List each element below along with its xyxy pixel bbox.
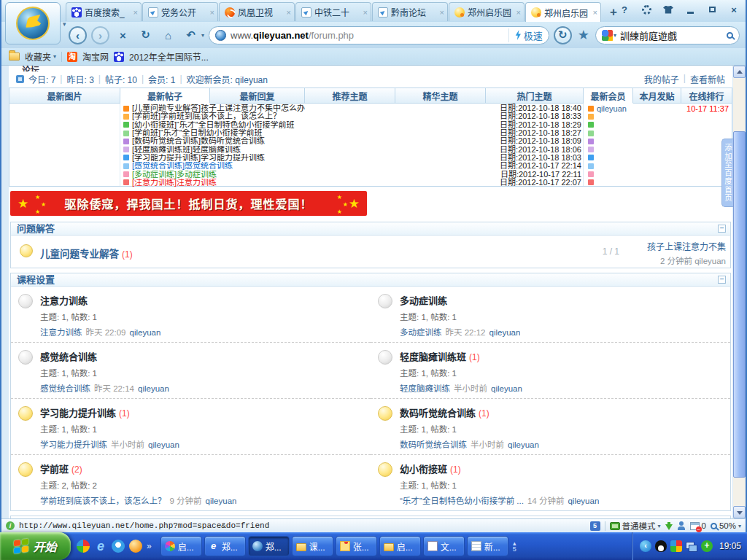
- collapse-icon[interactable]: –: [718, 276, 726, 284]
- last-post-link[interactable]: 感觉统合训练: [40, 384, 90, 393]
- task-folder-ke[interactable]: 课...: [292, 536, 333, 556]
- tab-dangwu[interactable]: 党务公开×: [142, 2, 218, 21]
- help-icon[interactable]: ?: [617, 3, 632, 16]
- last-post-user[interactable]: qileyuan: [489, 328, 520, 337]
- safety-icon[interactable]: +: [701, 540, 713, 552]
- tab-close-icon[interactable]: ×: [440, 8, 444, 17]
- zoom-control[interactable]: 50%▾: [711, 521, 741, 530]
- last-post-link[interactable]: “乐才”全日制特色幼小衔接学前 ...: [400, 497, 524, 505]
- tab-close-icon[interactable]: ×: [516, 8, 521, 17]
- tab-close-icon[interactable]: ×: [133, 8, 138, 17]
- task-browser-active[interactable]: 郑...: [248, 536, 290, 556]
- scroll-down-button[interactable]: [733, 506, 746, 518]
- tab-essence[interactable]: 精华主题: [395, 88, 486, 104]
- speed-mode-button[interactable]: 极速: [508, 28, 543, 42]
- ql-app-icon[interactable]: [129, 540, 142, 553]
- toggle-stats-icon[interactable]: [16, 75, 24, 83]
- task-notepad[interactable]: 新...: [467, 536, 508, 556]
- forum-link[interactable]: 轻度脑瘫训练班(1): [400, 349, 522, 363]
- last-post-user[interactable]: qileyuan: [491, 384, 522, 393]
- post-link[interactable]: [学习能力提升训练]学习能力提升训练: [132, 154, 497, 162]
- tab-hot-topics[interactable]: 热门主题: [486, 88, 584, 104]
- media-icon[interactable]: [670, 540, 682, 552]
- tab-qiannan[interactable]: 黔南论坛×: [372, 2, 448, 21]
- search-engine-dropdown[interactable]: ▾: [614, 32, 616, 39]
- start-button[interactable]: 开始: [0, 532, 71, 560]
- last-post-link[interactable]: 轻度脑瘫训练: [400, 384, 450, 393]
- forum-link[interactable]: 数码听觉统合训练(1): [400, 405, 539, 419]
- browse-mode-selector[interactable]: 普通模式▾: [610, 520, 661, 532]
- tab-close-icon[interactable]: ×: [287, 8, 291, 17]
- last-post-link[interactable]: 孩子上课注意力不集: [630, 240, 726, 252]
- tray-collapse-icon[interactable]: ‹: [640, 540, 651, 552]
- tab-zhongtie[interactable]: 中铁二十×: [295, 2, 371, 21]
- shop-icon[interactable]: 5: [590, 521, 600, 531]
- tab-close-icon[interactable]: ×: [593, 8, 597, 17]
- post-link[interactable]: [儿童问题专业解答]孩子上课注意力不集中怎么办: [132, 104, 497, 112]
- forum-link[interactable]: 幼小衔接班(1): [400, 462, 599, 475]
- forum-link[interactable]: 学前班(2): [40, 462, 236, 475]
- last-post-link[interactable]: 数码听觉统合训练: [400, 440, 467, 449]
- qq-icon[interactable]: [655, 540, 667, 552]
- logo-dropdown-arrow[interactable]: ▾: [63, 20, 66, 28]
- tab-newest-members[interactable]: 最新会员: [584, 88, 633, 104]
- forum-link[interactable]: 注意力训练: [40, 293, 160, 307]
- tab-qileyuan-2-active[interactable]: 郑州启乐园×: [525, 2, 601, 22]
- popup-blocker[interactable]: 0: [690, 521, 706, 530]
- tab-qileyuan-1[interactable]: 郑州启乐园×: [449, 2, 525, 21]
- favorite-star-icon[interactable]: ★: [576, 27, 591, 43]
- tools-icon[interactable]: [642, 5, 651, 15]
- task-note-zhang[interactable]: 张...: [336, 536, 377, 556]
- forum-link[interactable]: 感觉统合训练: [40, 349, 169, 363]
- favorite-festival[interactable]: 2012年全年国际节...: [129, 50, 209, 63]
- search-icon[interactable]: [727, 32, 733, 39]
- tab-month-posts[interactable]: 本月发贴: [633, 88, 681, 104]
- last-post-user[interactable]: qileyuan: [508, 440, 539, 449]
- last-post-user[interactable]: qileyuan: [568, 497, 599, 505]
- undo-dropdown-arrow[interactable]: ▾: [201, 32, 204, 39]
- post-link[interactable]: [多动症训练]多动症训练: [132, 171, 498, 179]
- quick-launch-overflow-chevron[interactable]: »: [147, 541, 152, 551]
- post-link[interactable]: [数码听觉统合训练]数码听觉统合训练: [132, 137, 497, 145]
- ql-messenger-icon[interactable]: [112, 540, 125, 553]
- post-link[interactable]: [注意力训练]注意力训练: [132, 179, 497, 187]
- last-post-user[interactable]: qileyuan: [138, 384, 169, 393]
- patriotic-banner[interactable]: ★ ★ ★ ★ 驱除倭寇，捍我国土！抵制日货，理性爱国！ ★ ★ ★ ★: [10, 191, 367, 216]
- post-link[interactable]: [幼小衔接班]“乐才”全日制特色幼小衔接学前班: [132, 121, 497, 129]
- close-button[interactable]: ×: [727, 3, 741, 16]
- switch-mode-button[interactable]: ↻: [554, 26, 572, 44]
- tab-latest-replies[interactable]: 最新回复: [210, 88, 305, 104]
- post-link[interactable]: [感觉统合训练]感觉统合训练: [132, 162, 497, 170]
- task-word-doc[interactable]: W文...: [423, 536, 465, 556]
- task-folder-qi[interactable]: 启...: [379, 536, 421, 556]
- forum-link[interactable]: 儿童问题专业解答(1): [40, 246, 133, 260]
- home-button[interactable]: ⌂: [159, 26, 177, 44]
- network-icon[interactable]: [686, 540, 697, 552]
- post-link[interactable]: [轻度脑瘫训练班]轻度脑瘫训练: [132, 146, 497, 154]
- member-link[interactable]: qileyuan: [597, 104, 684, 113]
- tab-close-icon[interactable]: ×: [210, 8, 214, 17]
- minimize-button[interactable]: [683, 3, 697, 16]
- browser-logo-button[interactable]: [5, 2, 61, 44]
- last-post-link[interactable]: 学习能力提升训练: [40, 440, 107, 449]
- add-to-baidu-home-tab[interactable]: 添加至百度首页: [721, 139, 733, 207]
- scroll-up-button[interactable]: [733, 66, 746, 78]
- my-posts-link[interactable]: 我的帖子: [644, 73, 679, 85]
- back-button[interactable]: ‹: [69, 26, 87, 44]
- last-post-user[interactable]: qileyuan: [129, 328, 160, 337]
- search-query[interactable]: 訓練前庭遊戲: [620, 28, 723, 42]
- stop-button[interactable]: ×: [114, 26, 132, 44]
- view-new-posts-link[interactable]: 查看新帖: [690, 73, 725, 85]
- last-post-link[interactable]: 学前班到底该不该上，该怎么上？: [40, 497, 166, 505]
- scrollbar-thumb[interactable]: [733, 131, 746, 478]
- tab-online-rank[interactable]: 在线排行: [681, 88, 732, 104]
- language-indicator[interactable]: ▴5: [513, 540, 516, 552]
- forward-button[interactable]: ›: [91, 26, 109, 44]
- post-link[interactable]: [学前班]“乐才”全日制幼小衔接学前班: [132, 129, 497, 137]
- skin-icon[interactable]: [663, 6, 673, 14]
- vertical-scrollbar[interactable]: [733, 66, 746, 518]
- collapse-icon[interactable]: –: [718, 225, 726, 233]
- tab-recommended[interactable]: 推荐主题: [305, 88, 395, 104]
- ql-ie-icon[interactable]: e: [94, 540, 107, 553]
- tab-baidu-search[interactable]: 百度搜索_×: [66, 2, 142, 21]
